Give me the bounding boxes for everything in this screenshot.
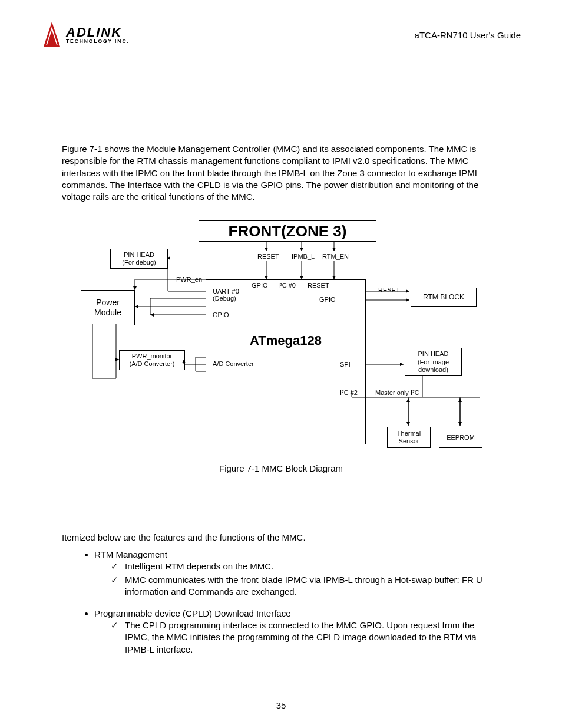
lbl-gpio1: GPIO bbox=[252, 282, 268, 289]
pinhead-image-l1: PIN HEAD bbox=[418, 350, 449, 358]
feature-0-item-0: Intelligent RTM depends on the MMC. bbox=[111, 561, 500, 572]
feature-1-item-0: The CPLD programming interface is connec… bbox=[111, 620, 500, 655]
pwr-monitor-l2: (A/D Converter) bbox=[129, 360, 174, 368]
page-number: 35 bbox=[0, 700, 562, 710]
lbl-pwr-en: PWR_en bbox=[176, 276, 202, 283]
eeprom-box: EEPROM bbox=[439, 427, 482, 448]
lbl-reset-right: RESET bbox=[378, 286, 400, 294]
lbl-i2c2: I²C #2 bbox=[340, 389, 358, 396]
front-zone3-box: FRONT(ZONE 3) bbox=[199, 220, 376, 242]
pinhead-image-l2: (For image bbox=[418, 358, 449, 366]
lbl-ad-conv: A/D Converter bbox=[213, 360, 254, 367]
pinhead-debug-box: PIN HEAD (For debug) bbox=[110, 249, 168, 269]
figure-7-1: FRONT(ZONE 3) ATmega128 PIN HEAD (For de… bbox=[81, 220, 481, 473]
lbl-ipmb-l: IPMB_L bbox=[292, 253, 315, 260]
pwr-monitor-l1: PWR_monitor bbox=[132, 353, 172, 360]
mmc-block-diagram: FRONT(ZONE 3) ATmega128 PIN HEAD (For de… bbox=[81, 220, 481, 456]
power-module-l1: Power bbox=[96, 298, 120, 308]
document-title: aTCA-RN710 User's Guide bbox=[415, 30, 521, 40]
features-list: RTM Management Intelligent RTM depends o… bbox=[94, 549, 500, 655]
lbl-uart0-l2: (Debug) bbox=[213, 295, 236, 302]
logo-sub-text: TECHNOLOGY INC. bbox=[66, 39, 130, 44]
rtm-block-box: RTM BLOCK bbox=[411, 288, 477, 307]
lbl-reset-top: RESET bbox=[257, 253, 279, 260]
pinhead-image-box: PIN HEAD (For image download) bbox=[405, 348, 462, 376]
thermal-l2: Sensor bbox=[399, 437, 419, 445]
pwr-monitor-box: PWR_monitor (A/D Converter) bbox=[119, 350, 185, 370]
lbl-gpio2: GPIO bbox=[319, 296, 336, 303]
pinhead-debug-l1: PIN HEAD bbox=[124, 251, 154, 259]
feature-0-title: RTM Management bbox=[94, 549, 167, 559]
pinhead-debug-l2: (For debug) bbox=[122, 259, 156, 266]
feature-1: Programmable device (CPLD) Download Inte… bbox=[94, 608, 500, 655]
thermal-l1: Thermal bbox=[397, 430, 421, 437]
lbl-i2c0: I²C #0 bbox=[278, 282, 296, 289]
company-logo: ADLINK TECHNOLOGY INC. bbox=[41, 21, 130, 49]
page-header: ADLINK TECHNOLOGY INC. aTCA-RN710 User's… bbox=[41, 21, 521, 49]
features-intro: Itemized below are the features and the … bbox=[62, 532, 500, 542]
atmega128-label: ATmega128 bbox=[250, 333, 322, 348]
lbl-uart0-l1: UART #0 bbox=[213, 288, 239, 295]
power-module-box: Power Module bbox=[81, 290, 135, 325]
document-page: ADLINK TECHNOLOGY INC. aTCA-RN710 User's… bbox=[0, 0, 562, 728]
lbl-reset-mid: RESET bbox=[308, 282, 329, 289]
eeprom-label: EEPROM bbox=[447, 434, 475, 442]
pinhead-image-l3: download) bbox=[418, 366, 448, 374]
feature-1-title: Programmable device (CPLD) Download Inte… bbox=[94, 608, 290, 618]
lbl-spi: SPI bbox=[340, 361, 351, 368]
power-module-l2: Module bbox=[94, 308, 121, 318]
logo-triangle-icon bbox=[41, 21, 62, 49]
intro-paragraph: Figure 7-1 shows the Module Management C… bbox=[62, 143, 500, 203]
features-section: Itemized below are the features and the … bbox=[62, 532, 500, 655]
front-zone3-label: FRONT(ZONE 3) bbox=[229, 222, 347, 241]
lbl-rtm-en: RTM_EN bbox=[322, 253, 349, 260]
lbl-master-i2c: Master only I²C bbox=[375, 389, 419, 396]
figure-caption: Figure 7-1 MMC Block Diagram bbox=[81, 463, 481, 473]
feature-0: RTM Management Intelligent RTM depends o… bbox=[94, 549, 500, 598]
lbl-gpio3: GPIO bbox=[213, 311, 229, 318]
thermal-sensor-box: Thermal Sensor bbox=[387, 427, 431, 448]
feature-0-item-1: MMC communicates with the front blade IP… bbox=[111, 574, 500, 598]
logo-main-text: ADLINK bbox=[66, 26, 130, 39]
rtm-block-label: RTM BLOCK bbox=[423, 293, 464, 301]
